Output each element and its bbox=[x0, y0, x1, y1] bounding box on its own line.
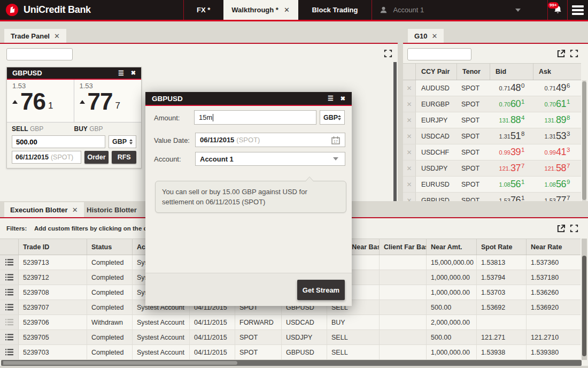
tab-historic-blotter[interactable]: Historic Blotter bbox=[80, 202, 143, 217]
g10-row[interactable]: ✕ EURUSD SPOT 1.08561 1.08569 bbox=[403, 177, 581, 193]
g10-header-bid[interactable]: Bid bbox=[490, 64, 533, 80]
close-icon[interactable]: ✕ bbox=[72, 206, 78, 214]
rfs-button[interactable]: RFS bbox=[112, 151, 136, 164]
remove-pair-button[interactable]: ✕ bbox=[403, 160, 416, 176]
maximize-icon[interactable] bbox=[384, 49, 392, 58]
g10-row[interactable]: ✕ GBPUSD SPOT 1.53761 1.53777 bbox=[403, 193, 581, 201]
remove-pair-button[interactable]: ✕ bbox=[403, 112, 416, 128]
remove-pair-button[interactable]: ✕ bbox=[403, 96, 416, 112]
g10-row[interactable]: ✕ USDJPY SPOT 121.377 121.587 bbox=[403, 160, 581, 177]
remove-pair-button[interactable]: ✕ bbox=[403, 128, 416, 144]
dialog-menu-icon[interactable]: ☰ bbox=[328, 95, 334, 102]
notifications-button[interactable]: 99+ bbox=[548, 0, 567, 20]
ask-price-cell[interactable]: 0.71496 bbox=[533, 82, 581, 94]
tab-block-trading[interactable]: Block Trading bbox=[298, 0, 373, 20]
widget-menu-icon[interactable]: ☰ bbox=[118, 70, 124, 77]
amount-input[interactable] bbox=[16, 138, 101, 146]
blotter-vscrollbar[interactable] bbox=[582, 239, 587, 360]
remove-pair-button[interactable]: ✕ bbox=[403, 177, 416, 192]
price-widget-header[interactable]: GBPUSD ☰ ✖ bbox=[7, 67, 141, 80]
row-menu-button[interactable] bbox=[0, 270, 19, 285]
g10-header-tenor[interactable]: Tenor bbox=[457, 64, 490, 80]
maximize-icon[interactable] bbox=[570, 49, 578, 58]
ccy-select[interactable]: GBP bbox=[109, 135, 136, 148]
close-icon[interactable]: ✕ bbox=[284, 6, 290, 14]
g10-scrollbar[interactable] bbox=[582, 80, 586, 201]
row-menu-button[interactable] bbox=[0, 255, 19, 270]
dialog-account-select[interactable]: Account 1 bbox=[195, 152, 345, 166]
tab-execution-blotter[interactable]: Execution Blotter ✕ bbox=[4, 202, 84, 217]
g10-header-ask[interactable]: Ask bbox=[533, 64, 581, 80]
popout-icon[interactable] bbox=[556, 224, 566, 233]
blotter-header-trade-id[interactable]: Trade ID bbox=[19, 239, 87, 255]
g10-row[interactable]: ✕ EURGBP SPOT 0.70601 0.70611 bbox=[403, 96, 581, 112]
remove-pair-button[interactable]: ✕ bbox=[403, 80, 416, 96]
tab-g10[interactable]: G10 ✕ bbox=[408, 29, 444, 43]
trade-search-input[interactable] bbox=[7, 51, 96, 58]
close-icon[interactable]: ✕ bbox=[54, 32, 60, 40]
dialog-ccy-select[interactable]: GBP bbox=[320, 110, 345, 125]
bid-price-cell[interactable]: 1.08561 bbox=[490, 179, 533, 190]
scrollbar-thumb[interactable] bbox=[3, 361, 237, 365]
blotter-row[interactable]: 5239703 Completed Systest Account 04/11/… bbox=[0, 345, 581, 360]
menu-button[interactable] bbox=[568, 0, 588, 20]
bid-price-cell[interactable]: 1.53761 bbox=[490, 195, 533, 201]
blotter-row[interactable]: 5239706 Withdrawn Systest Account 04/11/… bbox=[0, 315, 581, 330]
g10-search-input[interactable] bbox=[408, 51, 497, 58]
row-menu-button[interactable] bbox=[0, 315, 19, 329]
blotter-header-client-far-base[interactable]: Client Far Base bbox=[380, 239, 427, 255]
bid-price-cell[interactable]: 0.99391 bbox=[490, 147, 533, 158]
get-stream-button[interactable]: Get Stream bbox=[297, 280, 345, 300]
dialog-close-icon[interactable]: ✖ bbox=[341, 95, 345, 102]
ask-price-cell[interactable]: 1.08569 bbox=[533, 179, 581, 190]
tab-fx[interactable]: FX * bbox=[183, 0, 223, 20]
g10-row[interactable]: ✕ USDCAD SPOT 1.31518 1.31533 bbox=[403, 128, 581, 144]
value-date-input[interactable]: 06/11/2015 (SPOT) bbox=[12, 151, 81, 164]
row-menu-button[interactable] bbox=[0, 345, 19, 359]
order-button[interactable]: Order bbox=[84, 151, 109, 164]
ask-quote[interactable]: 1.53 77 7 bbox=[74, 80, 142, 122]
row-menu-button[interactable] bbox=[0, 330, 19, 344]
tab-walkthrough[interactable]: Walkthrough * ✕ bbox=[223, 0, 298, 20]
calendar-icon[interactable]: 17 bbox=[331, 135, 341, 145]
ask-price-cell[interactable]: 1.53777 bbox=[533, 195, 581, 201]
ask-price-cell[interactable]: 1.31533 bbox=[533, 131, 581, 142]
g10-row[interactable]: ✕ AUDUSD SPOT 0.71480 0.71496 bbox=[403, 80, 581, 96]
blotter-row[interactable]: 5239705 Completed Systest Account 04/11/… bbox=[0, 330, 581, 345]
dialog-value-date-field[interactable]: 06/11/2015 (SPOT) 17 bbox=[195, 133, 345, 147]
close-icon[interactable]: ✕ bbox=[432, 32, 438, 40]
blotter-header-status[interactable]: Status bbox=[87, 239, 133, 255]
blotter-header-near-amt[interactable]: Near Amt. bbox=[427, 239, 477, 255]
bid-price-cell[interactable]: 0.70601 bbox=[490, 98, 533, 110]
row-menu-button[interactable] bbox=[0, 285, 19, 300]
bid-price-cell[interactable]: 0.71480 bbox=[490, 82, 533, 94]
widget-close-icon[interactable]: ✖ bbox=[131, 70, 136, 76]
remove-pair-button[interactable]: ✕ bbox=[403, 144, 416, 160]
blotter-header-spot-rate[interactable]: Spot Rate bbox=[477, 239, 527, 255]
panel-divider[interactable] bbox=[398, 44, 403, 201]
account-selector[interactable]: Account 1 bbox=[372, 0, 547, 20]
tab-trade-panel[interactable]: Trade Panel ✕ bbox=[4, 29, 66, 43]
dialog-amount-field[interactable]: 15m bbox=[194, 110, 316, 125]
ask-price-cell[interactable]: 121.587 bbox=[533, 163, 581, 174]
remove-pair-button[interactable]: ✕ bbox=[403, 193, 416, 201]
bid-price-cell[interactable]: 1.31518 bbox=[490, 131, 533, 142]
bid-price-cell[interactable]: 121.377 bbox=[490, 163, 533, 174]
bid-quote[interactable]: 1.53 76 1 bbox=[7, 80, 74, 122]
bid-price-cell[interactable]: 131.884 bbox=[490, 114, 533, 126]
dialog-header[interactable]: GBPUSD ☰ ✖ bbox=[145, 92, 352, 106]
ask-price-cell[interactable]: 131.898 bbox=[533, 114, 581, 126]
row-menu-button[interactable] bbox=[0, 300, 19, 315]
g10-header-ccy-pair[interactable]: CCY Pair bbox=[416, 64, 457, 80]
blotter-hscrollbar[interactable] bbox=[1, 360, 582, 366]
g10-row[interactable]: ✕ USDCHF SPOT 0.99391 0.99413 bbox=[403, 144, 581, 160]
blotter-header-near-rate[interactable]: Near Rate bbox=[527, 239, 581, 255]
trade-panel-scrollbar[interactable] bbox=[393, 62, 397, 201]
scrollbar-thumb[interactable] bbox=[582, 81, 586, 200]
ask-price-cell[interactable]: 0.99413 bbox=[533, 147, 581, 158]
maximize-icon[interactable] bbox=[570, 224, 578, 233]
popout-icon[interactable] bbox=[556, 49, 566, 58]
ask-price-cell[interactable]: 0.70611 bbox=[533, 98, 581, 110]
scrollbar-thumb[interactable] bbox=[582, 256, 586, 356]
g10-row[interactable]: ✕ EURJPY SPOT 131.884 131.898 bbox=[403, 112, 581, 128]
